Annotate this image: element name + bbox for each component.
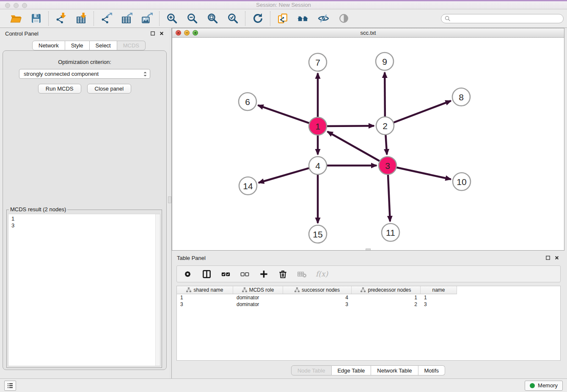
graph-node-label: 9 [382,57,387,66]
column-label: predecessor nodes [368,287,411,293]
show-all-button[interactable] [338,13,350,25]
node-table: shared nameMCDS rolesuccessor nodesprede… [176,286,561,361]
tab-network[interactable]: Network [32,41,65,50]
graph-edge-2-3[interactable] [385,134,387,155]
network-window-titlebar[interactable]: scc.txt [172,28,564,38]
refresh-layout-button[interactable] [252,13,264,25]
splitter-grip[interactable] [168,196,171,203]
column-header-mcds-role[interactable]: MCDS role [233,286,283,294]
maximize-network-button[interactable] [193,30,198,36]
graph-edge-2-8[interactable] [393,101,451,123]
network-canvas[interactable]: 7968124314101511 [172,38,564,250]
table-row[interactable]: 1dominator411 [177,294,560,301]
tab-style[interactable]: Style [65,41,90,50]
control-panel: Control Panel NetworkStyleSelectMCDS Opt… [0,28,169,378]
table-row[interactable]: 3dominator323 [177,301,560,308]
mcds-result-list[interactable]: 13 [8,214,160,366]
main-toolbar [0,9,567,28]
export-network-icon [101,13,112,24]
float-table-panel-button[interactable] [545,255,550,260]
graph-node-label: 4 [315,161,320,171]
export-network-button[interactable] [100,13,112,25]
delete-row-button[interactable] [278,269,288,279]
zoom-window-button[interactable] [22,3,27,8]
network-graph: 7968124314101511 [172,38,564,250]
table-toolbar: f(x) [176,265,561,282]
column-header-successor-nodes[interactable]: successor nodes [283,286,352,294]
import-network-button[interactable] [55,13,67,25]
minimize-network-button[interactable] [184,30,190,36]
first-neighbors-button[interactable] [297,13,309,25]
close-panel-button[interactable] [159,31,164,36]
settings-button[interactable] [182,269,193,279]
columns-button[interactable] [201,269,212,279]
graph-edge-3-11[interactable] [388,174,390,221]
graph-edge-3-10[interactable] [396,167,451,179]
graph-edge-4-14[interactable] [259,168,310,182]
table-cell[interactable]: 1 [352,295,421,301]
criterion-dropdown[interactable]: strongly connected component [19,69,150,79]
column-header-predecessor-nodes[interactable]: predecessor nodes [352,286,421,294]
add-row-button[interactable] [259,269,269,279]
search-box[interactable] [441,14,564,23]
tab-select[interactable]: Select [90,41,117,50]
tab-mcds[interactable]: MCDS [117,41,146,50]
table-tab-node-table[interactable]: Node Table [291,365,332,375]
table-cell[interactable]: dominator [233,301,283,307]
table-tab-edge-table[interactable]: Edge Table [331,365,371,375]
export-image-button[interactable] [141,13,153,25]
zoom-out-icon [187,13,198,24]
search-input[interactable] [452,16,560,22]
settings-icon [183,269,193,279]
scrollbar-track[interactable] [155,214,160,366]
table-cell[interactable]: 2 [352,301,421,307]
column-header-shared-name[interactable]: shared name [177,286,233,294]
search-icon [445,16,450,21]
zoom-selected-button[interactable] [227,13,239,25]
deselect-all-icon [240,269,250,279]
table-cell[interactable]: 1 [177,295,233,301]
memory-button[interactable]: Memory [525,381,563,391]
close-window-button[interactable] [5,3,10,8]
minimize-window-button[interactable] [14,3,19,8]
import-table-button[interactable] [75,13,87,25]
table-cell[interactable]: 4 [283,295,352,301]
deselect-all-button[interactable] [239,269,250,279]
close-panel-action-button[interactable]: Close panel [87,84,132,94]
table-cell[interactable]: 3 [283,301,352,307]
graph-node-label: 11 [386,228,395,237]
select-all-icon [221,269,231,279]
network-window-controls [176,30,198,36]
run-mcds-button[interactable]: Run MCDS [38,84,81,94]
table-cell[interactable]: 3 [177,301,233,307]
float-panel-button[interactable] [150,31,155,36]
clone-network-button[interactable] [277,13,289,25]
control-panel-title: Control Panel [5,30,39,37]
open-session-button[interactable] [10,13,22,25]
close-network-button[interactable] [176,30,181,36]
column-header-name[interactable]: name [421,286,457,294]
zoom-fit-button[interactable] [206,13,218,25]
function-button[interactable]: f(x) [316,269,328,279]
horizontal-splitter-grip[interactable] [366,248,371,250]
close-table-panel-button[interactable] [554,255,559,260]
graph-edge-3-1[interactable] [328,132,381,162]
save-session-button[interactable] [30,13,42,25]
table-cell[interactable]: dominator [233,295,283,301]
zoom-in-button[interactable] [166,13,178,25]
delete-table-button[interactable] [297,269,307,279]
zoom-out-button[interactable] [186,13,198,25]
table-tab-motifs[interactable]: Motifs [418,365,445,375]
table-tab-network-table[interactable]: Network Table [371,365,418,375]
graph-edge-2-9[interactable] [385,72,385,118]
hide-selected-button[interactable] [317,13,329,25]
export-table-button[interactable] [121,13,132,25]
graph-edge-1-6[interactable] [258,105,311,124]
table-cell[interactable]: 3 [421,301,457,307]
select-all-button[interactable] [220,269,231,279]
attribute-icon [361,287,366,293]
graph-node-label: 8 [459,92,464,102]
graph-edge-1-2[interactable] [326,126,374,126]
table-cell[interactable]: 1 [421,295,457,301]
task-history-button[interactable] [4,381,16,391]
